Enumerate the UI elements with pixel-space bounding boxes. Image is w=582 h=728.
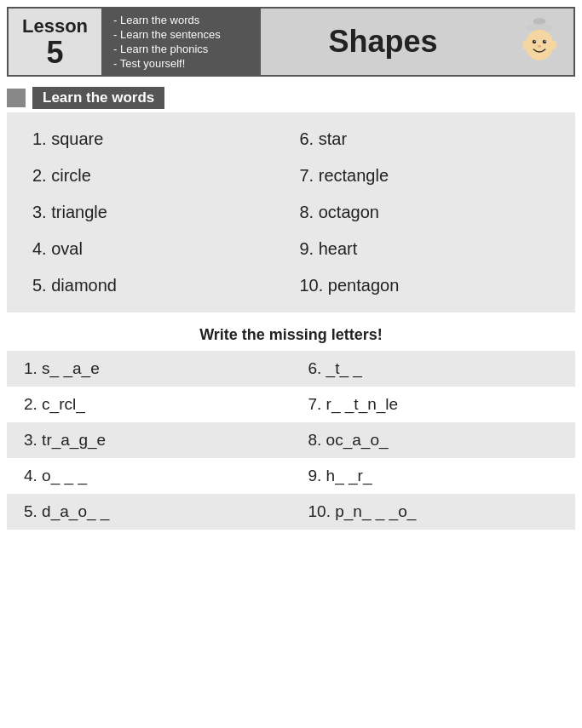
- menu-box: - Learn the words - Learn the sentences …: [103, 9, 261, 75]
- svg-point-5: [543, 40, 547, 44]
- missing-row: 6. _t_ _: [291, 351, 576, 387]
- word-item: 3. triangle: [24, 194, 291, 231]
- word-item: 2. circle: [24, 158, 291, 194]
- menu-item-2[interactable]: - Learn the sentences: [113, 28, 251, 41]
- section-title: Learn the words: [32, 87, 164, 109]
- word-item: 8. octagon: [291, 194, 559, 231]
- menu-item-4[interactable]: - Test yourself!: [113, 57, 251, 70]
- mascot: [505, 9, 573, 75]
- missing-row: 7. r_ _t_n_le: [291, 387, 576, 422]
- missing-letters-grid: 1. s_ _a_e6. _t_ _2. c_rcl_7. r_ _t_n_le…: [7, 351, 575, 530]
- lesson-number: 5: [47, 37, 64, 68]
- missing-row: 2. c_rcl_: [7, 387, 291, 422]
- missing-row: 5. d_a_o_ _: [7, 494, 291, 530]
- word-item: 4. oval: [24, 231, 291, 267]
- words-container: 1. square6. star2. circle7. rectangle3. …: [7, 112, 575, 312]
- svg-point-2: [533, 18, 546, 25]
- svg-point-9: [522, 41, 529, 50]
- svg-point-4: [533, 40, 537, 44]
- missing-row: 9. h_ _r_: [291, 458, 576, 494]
- missing-row: 10. p_n_ _ _o_: [291, 494, 576, 530]
- svg-point-7: [545, 41, 546, 43]
- header: Lesson 5 - Learn the words - Learn the s…: [7, 7, 575, 77]
- missing-row: 1. s_ _a_e: [7, 351, 291, 387]
- missing-row: 3. tr_a_g_e: [7, 422, 291, 458]
- word-item: 5. diamond: [24, 267, 291, 304]
- word-item: 7. rectangle: [291, 158, 559, 194]
- missing-row: 4. o_ _ _: [7, 458, 291, 494]
- word-item: 1. square: [24, 121, 291, 158]
- svg-point-6: [534, 41, 536, 43]
- word-item: 9. heart: [291, 231, 559, 267]
- missing-letters-section: Write the missing letters! 1. s_ _a_e6. …: [7, 326, 575, 530]
- words-grid: 1. square6. star2. circle7. rectangle3. …: [24, 121, 558, 304]
- section-icon: [7, 89, 26, 107]
- word-item: 6. star: [291, 121, 559, 158]
- word-item: 10. pentagon: [291, 267, 559, 304]
- missing-row: 8. oc_a_o_: [291, 422, 576, 458]
- svg-point-10: [550, 41, 557, 50]
- lesson-box: Lesson 5: [9, 9, 103, 75]
- missing-letters-title: Write the missing letters!: [7, 326, 575, 344]
- section-header: Learn the words: [7, 87, 575, 109]
- page-title: Shapes: [261, 9, 505, 75]
- menu-item-1[interactable]: - Learn the words: [113, 14, 251, 26]
- menu-item-3[interactable]: - Learn the phonics: [113, 43, 251, 55]
- svg-point-8: [538, 45, 542, 48]
